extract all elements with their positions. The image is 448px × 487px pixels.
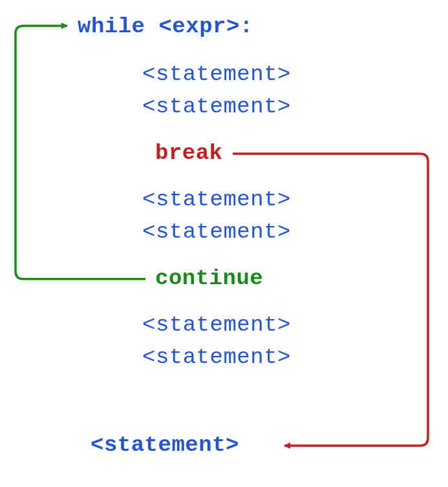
continue-keyword: continue [155,266,263,291]
statement-1: <statement> [142,62,291,87]
statement-2: <statement> [142,94,291,119]
break-keyword: break [155,141,223,165]
while-loop-diagram: while <expr>: <statement> <statement> br… [0,0,448,487]
statement-4: <statement> [142,220,291,244]
statement-6: <statement> [142,345,291,369]
statement-5: <statement> [142,313,291,337]
continue-arrow [16,26,145,279]
while-header: while <expr>: [78,14,253,39]
after-loop-statement: <statement> [91,433,239,457]
statement-3: <statement> [142,187,291,212]
